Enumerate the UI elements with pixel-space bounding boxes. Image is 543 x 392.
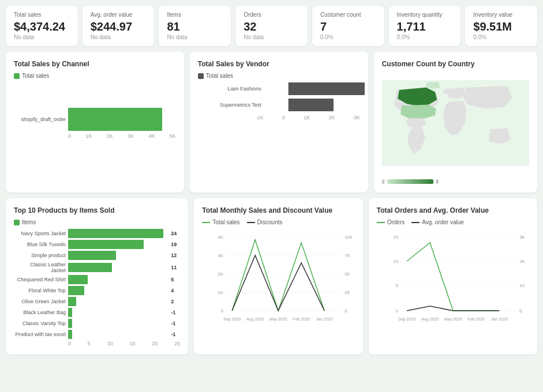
kpi-value-4: 7 (320, 20, 376, 33)
orders-avg-title: Total Orders and Avg. Order Value (377, 206, 529, 214)
svg-text:Jan 2020: Jan 2020 (490, 317, 507, 321)
svg-text:May 2020: May 2020 (269, 317, 287, 322)
kpi-sub-5: 0.0% (397, 34, 453, 40)
color-scale: 2 3 (382, 179, 529, 184)
svg-text:4K: 4K (218, 235, 224, 240)
top10-title: Top 10 Products by Items Sold (14, 206, 180, 214)
monthly-sales-card: Total Monthly Sales and Discount Value T… (194, 198, 362, 355)
kpi-sub-4: 0.0% (320, 34, 376, 40)
kpi-value-3: 32 (244, 20, 299, 33)
kpi-card-6: Inventory value $9.51M 0.0% (465, 6, 537, 46)
product-bar-row: Classic Varsity Top -1 (14, 319, 180, 328)
top10-products-card: Top 10 Products by Items Sold Items Navy… (6, 198, 188, 355)
chart-row-1: Total Sales by Channel Total sales shopi… (6, 52, 537, 193)
svg-text:25: 25 (345, 290, 350, 295)
product-bar-row: Blue Silk Tuxedo 19 (14, 240, 180, 249)
kpi-value-0: $4,374.24 (14, 20, 70, 33)
kpi-card-4: Customer count 7 0.0% (312, 6, 384, 46)
orders-avg-card: Total Orders and Avg. Order Value Orders… (369, 198, 537, 355)
svg-text:2K: 2K (519, 259, 525, 264)
product-bar-row: Chequered Red Shirt 5 (14, 275, 180, 284)
kpi-value-6: $9.51M (473, 20, 529, 33)
kpi-row: Total sales $4,374.24 No data Avg. order… (6, 6, 537, 46)
svg-text:1K: 1K (218, 290, 224, 295)
kpi-label-1: Avg. order value (91, 12, 147, 18)
svg-text:0: 0 (395, 308, 398, 314)
chart-row-2: Top 10 Products by Items Sold Items Navy… (6, 198, 537, 355)
sales-by-channel-card: Total Sales by Channel Total sales shopi… (6, 52, 184, 193)
kpi-card-2: Items 81 No data (159, 6, 231, 46)
kpi-value-5: 1,711 (397, 20, 453, 33)
kpi-label-0: Total sales (14, 12, 70, 18)
orders-avg-chart: 15 10 5 0 3K 2K 1K 0 Sep 2020 Aug 2020 M… (377, 231, 529, 323)
product-bar-row: Product with tax excel -1 (14, 330, 180, 339)
kpi-label-6: Inventory value (473, 12, 529, 18)
customer-by-country-title: Customer Count by Country (382, 60, 529, 68)
svg-text:0: 0 (519, 308, 522, 314)
kpi-label-3: Orders (244, 12, 299, 18)
product-bar-row: Simple product 12 (14, 251, 180, 260)
svg-text:Aug 2020: Aug 2020 (247, 317, 264, 322)
vendor-bar-row: Supermetrics Test (204, 99, 360, 111)
monthly-sales-legend: Total sales Discounts (202, 219, 354, 229)
svg-text:Sep 2020: Sep 2020 (398, 317, 415, 322)
sales-by-channel-title: Total Sales by Channel (14, 60, 176, 68)
svg-text:50: 50 (345, 272, 350, 277)
kpi-sub-3: No data (244, 34, 299, 40)
kpi-label-2: Items (167, 12, 223, 18)
kpi-sub-2: No data (167, 34, 223, 40)
product-bar-row: Navy Sports Jacket 24 (14, 229, 180, 238)
svg-text:0: 0 (345, 308, 348, 314)
kpi-sub-0: No data (14, 34, 70, 40)
kpi-sub-1: No data (91, 34, 147, 40)
product-bar-row: Floral White Top 4 (14, 286, 180, 295)
svg-text:1K: 1K (519, 283, 525, 288)
vendor-bar-row: Liam Fashions (204, 82, 360, 95)
kpi-value-2: 81 (167, 20, 223, 33)
kpi-value-1: $244.97 (91, 20, 147, 33)
svg-text:100: 100 (345, 235, 353, 240)
svg-text:May 2020: May 2020 (444, 317, 462, 322)
svg-text:5: 5 (395, 283, 398, 288)
svg-text:0: 0 (221, 308, 224, 314)
svg-text:3K: 3K (218, 253, 224, 258)
channel-x-axis: 01K2K3K4K5K (14, 133, 176, 139)
sales-by-vendor-title: Total Sales by Vendor (198, 60, 360, 68)
sales-by-vendor-card: Total Sales by Vendor Total sales Liam F… (190, 52, 368, 193)
monthly-sales-chart: 4K 3K 2K 1K 0 100 75 50 25 0 Sep 2020 Au… (202, 231, 354, 323)
svg-text:Sep 2020: Sep 2020 (224, 317, 241, 322)
kpi-card-5: Inventory quantity 1,711 0.0% (389, 6, 461, 46)
svg-text:Jan 2020: Jan 2020 (316, 317, 333, 321)
svg-text:75: 75 (345, 253, 350, 258)
svg-text:2K: 2K (218, 272, 224, 277)
sales-by-channel-legend: Total sales (14, 73, 176, 79)
customer-by-country-card: Customer Count by Country (374, 52, 537, 193)
orders-avg-legend: Orders Avg. order value (377, 219, 529, 229)
product-bar-row: Black Leather Bag -1 (14, 308, 180, 317)
kpi-card-3: Orders 32 No data (235, 6, 308, 46)
product-bar-row: Olive Green Jacket 2 (14, 297, 180, 306)
sales-by-vendor-legend: Total sales (198, 73, 360, 79)
kpi-card-1: Avg. order value $244.97 No data (83, 6, 155, 46)
channel-bar-label: shopify_draft_order (14, 116, 66, 122)
monthly-sales-title: Total Monthly Sales and Discount Value (202, 206, 354, 214)
kpi-card-0: Total sales $4,374.24 No data (6, 6, 78, 46)
world-map (382, 73, 529, 176)
svg-text:10: 10 (393, 259, 398, 264)
svg-text:Feb 2020: Feb 2020 (293, 317, 310, 321)
svg-text:Aug 2020: Aug 2020 (421, 317, 439, 322)
kpi-label-4: Customer count (320, 12, 376, 18)
kpi-sub-6: 0.0% (473, 34, 529, 40)
kpi-label-5: Inventory quantity (397, 12, 453, 18)
product-bar-row: Classic Leather Jacket 11 (14, 262, 180, 273)
svg-text:3K: 3K (519, 235, 525, 240)
svg-text:15: 15 (393, 235, 398, 240)
svg-text:Feb 2020: Feb 2020 (467, 317, 485, 321)
